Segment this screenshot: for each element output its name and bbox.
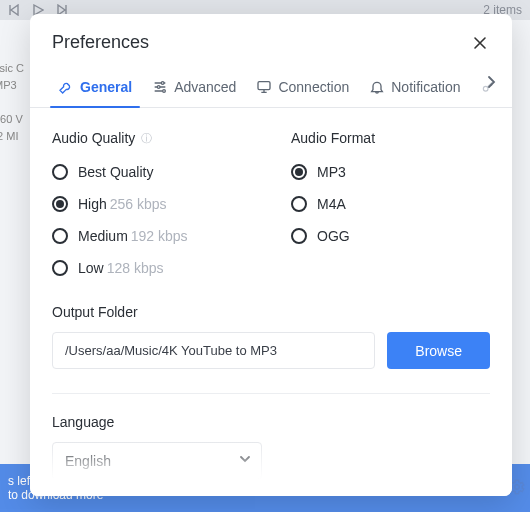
modal-title: Preferences [52,32,149,53]
radio-label: High [78,196,107,212]
radio-icon [291,196,307,212]
tabs-scroll-right[interactable] [484,75,498,93]
radio-icon [52,260,68,276]
language-title: Language [52,414,490,430]
tab-connection[interactable]: Connection [246,71,359,107]
divider [52,393,490,394]
radio-icon [291,164,307,180]
audio-quality-section: Audio Quality ⓘ Best Quality High256 kbp… [52,130,251,292]
tabs-bar: General Advanced Connection Notification [30,61,512,108]
tab-general[interactable]: General [48,71,142,107]
wrench-icon [58,79,74,95]
format-option-m4a[interactable]: M4A [291,196,490,212]
tab-label: General [80,79,132,95]
svg-point-1 [161,82,164,85]
info-icon[interactable]: ⓘ [141,131,152,146]
quality-option-best[interactable]: Best Quality [52,164,251,180]
svg-rect-4 [258,82,270,90]
tab-label: Advanced [174,79,236,95]
bg-left-text: ssic C MP3 360 V .2 MI [0,60,28,144]
output-folder-title: Output Folder [52,304,490,320]
sliders-icon [152,79,168,95]
svg-point-3 [163,90,166,93]
radio-sublabel: 256 kbps [110,196,167,212]
preferences-modal: Preferences General Advanced Connection … [30,14,512,496]
radio-icon [52,228,68,244]
quality-option-medium[interactable]: Medium192 kbps [52,228,251,244]
radio-label: Best Quality [78,164,153,180]
quality-option-low[interactable]: Low128 kbps [52,260,251,276]
radio-label: M4A [317,196,346,212]
format-option-mp3[interactable]: MP3 [291,164,490,180]
close-icon [473,36,487,50]
section-title: Audio Format [291,130,375,146]
svg-point-2 [157,86,160,89]
connection-icon [256,79,272,95]
section-title: Audio Quality [52,130,135,146]
modal-body: Audio Quality ⓘ Best Quality High256 kbp… [30,108,512,496]
radio-sublabel: 192 kbps [131,228,188,244]
radio-label: Medium [78,228,128,244]
language-select[interactable]: English [52,442,262,480]
radio-icon [291,228,307,244]
tab-label: Notification [391,79,460,95]
bell-icon [369,79,385,95]
quality-option-high[interactable]: High256 kbps [52,196,251,212]
format-option-ogg[interactable]: OGG [291,228,490,244]
audio-format-section: Audio Format MP3 M4A OGG [291,130,490,292]
radio-label: MP3 [317,164,346,180]
chevron-right-icon [484,75,498,89]
svg-point-0 [515,485,520,490]
tab-label: Connection [278,79,349,95]
tab-advanced[interactable]: Advanced [142,71,246,107]
radio-sublabel: 128 kbps [107,260,164,276]
prev-icon [8,4,20,16]
tab-notification[interactable]: Notification [359,71,470,107]
output-folder-input[interactable] [52,332,375,369]
radio-icon [52,164,68,180]
radio-label: Low [78,260,104,276]
close-button[interactable] [470,33,490,53]
browse-button[interactable]: Browse [387,332,490,369]
radio-icon [52,196,68,212]
radio-label: OGG [317,228,350,244]
